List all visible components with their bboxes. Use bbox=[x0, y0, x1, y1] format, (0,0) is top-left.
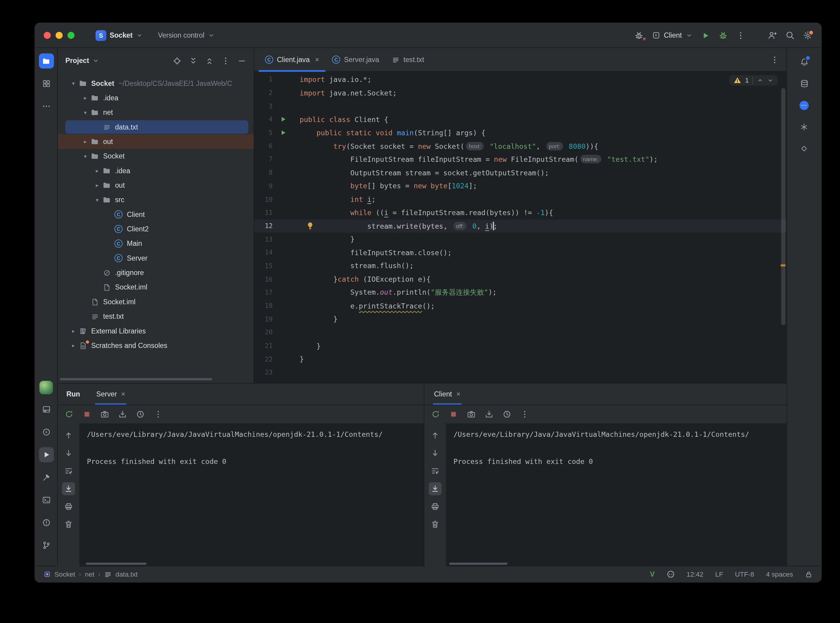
line-number[interactable]: 14 bbox=[254, 249, 272, 256]
up-button[interactable] bbox=[62, 429, 75, 442]
locate-file-button[interactable] bbox=[173, 56, 182, 65]
line-number[interactable]: 13 bbox=[254, 236, 272, 243]
panel-options-button[interactable] bbox=[221, 56, 230, 65]
tab-close-icon[interactable]: × bbox=[121, 390, 125, 398]
down-button[interactable] bbox=[429, 447, 442, 460]
tree-chevron-icon[interactable]: ▸ bbox=[68, 342, 78, 348]
h-scrollbar[interactable] bbox=[60, 378, 212, 380]
line-number[interactable]: 6 bbox=[254, 142, 272, 150]
zoom-window-button[interactable] bbox=[68, 32, 74, 39]
rerun-button[interactable] bbox=[431, 410, 440, 419]
line-number[interactable]: 9 bbox=[254, 182, 272, 190]
chatgpt-tool-button[interactable] bbox=[797, 119, 812, 134]
tree-row[interactable]: Socket.iml bbox=[58, 295, 254, 309]
more-actions-button[interactable] bbox=[736, 31, 745, 40]
rerun-button[interactable] bbox=[64, 410, 74, 419]
tree-chevron-icon[interactable]: ▸ bbox=[80, 95, 90, 101]
tree-row[interactable]: ▸Scratches and Consoles bbox=[58, 338, 254, 353]
minimize-window-button[interactable] bbox=[55, 32, 62, 39]
tab-close-icon[interactable]: × bbox=[315, 55, 319, 64]
tree-chevron-icon[interactable]: ▾ bbox=[80, 109, 90, 115]
plugin-tool-button[interactable] bbox=[797, 141, 812, 156]
line-number[interactable]: 11 bbox=[254, 209, 272, 216]
line-separator[interactable]: LF bbox=[715, 570, 723, 578]
history-button[interactable] bbox=[135, 410, 145, 419]
tree-chevron-icon[interactable]: ▸ bbox=[92, 168, 102, 174]
database-tool-button[interactable] bbox=[797, 76, 812, 91]
previous-issue-button[interactable] bbox=[757, 77, 763, 83]
print-button[interactable] bbox=[429, 500, 442, 513]
h-scrollbar[interactable] bbox=[449, 562, 508, 565]
line-number[interactable]: 10 bbox=[254, 195, 272, 203]
up-button[interactable] bbox=[429, 429, 442, 442]
tree-chevron-icon[interactable]: ▸ bbox=[92, 182, 102, 188]
tree-row[interactable]: ▸out bbox=[58, 134, 254, 149]
close-window-button[interactable] bbox=[44, 32, 51, 39]
print-button[interactable] bbox=[62, 500, 75, 513]
tree-row[interactable]: ▾Socket~/Desktop/CS/JavaEE/1 JavaWeb/C bbox=[58, 76, 254, 91]
camera-button[interactable] bbox=[466, 410, 476, 419]
tree-row[interactable]: data.txt bbox=[58, 120, 254, 134]
hide-panel-button[interactable] bbox=[238, 56, 246, 65]
tree-row[interactable]: CClient2 bbox=[58, 222, 254, 236]
tree-row[interactable]: ▸External Libraries bbox=[58, 324, 254, 338]
intention-bulb-icon[interactable] bbox=[306, 221, 314, 230]
expand-all-button[interactable] bbox=[189, 56, 198, 65]
editor-tab[interactable]: CServer.java bbox=[326, 48, 386, 71]
line-number[interactable]: 5 bbox=[254, 129, 272, 137]
down-button[interactable] bbox=[62, 447, 75, 460]
project-tool-button[interactable] bbox=[38, 53, 54, 68]
warning-stripe-mark[interactable] bbox=[781, 264, 785, 266]
debug-button[interactable] bbox=[718, 31, 728, 40]
tree-chevron-icon[interactable]: ▾ bbox=[80, 153, 90, 160]
tree-row[interactable]: CMain bbox=[58, 236, 254, 251]
tree-row[interactable]: Socket.iml bbox=[58, 280, 254, 294]
tree-chevron-icon[interactable]: ▾ bbox=[92, 197, 102, 203]
run-tool-button[interactable] bbox=[38, 447, 54, 462]
console-output[interactable]: /Users/eve/Library/Java/JavaVirtualMachi… bbox=[446, 424, 787, 567]
notifications-button[interactable] bbox=[797, 55, 812, 70]
clear-button[interactable] bbox=[429, 518, 442, 531]
tree-chevron-icon[interactable]: ▾ bbox=[68, 80, 78, 86]
tree-row[interactable]: CServer bbox=[58, 251, 254, 265]
lock-icon[interactable] bbox=[805, 570, 812, 578]
softwrap-button[interactable] bbox=[62, 465, 75, 477]
line-number[interactable]: 20 bbox=[254, 329, 272, 336]
panel-title[interactable]: Project bbox=[65, 57, 89, 65]
breadcrumb-project[interactable]: Socket bbox=[55, 570, 75, 578]
line-number[interactable]: 17 bbox=[254, 289, 272, 296]
file-encoding[interactable]: UTF-8 bbox=[735, 570, 754, 578]
stop-button[interactable] bbox=[82, 410, 92, 419]
ai-assistant-button[interactable] bbox=[797, 98, 812, 113]
build-tool-button[interactable] bbox=[38, 470, 54, 485]
editor[interactable]: 1import java.io.*;2import java.net.Socke… bbox=[254, 72, 786, 383]
line-number[interactable]: 4 bbox=[254, 116, 272, 123]
git-tool-button[interactable] bbox=[38, 538, 54, 553]
tree-row[interactable]: ▾src bbox=[58, 192, 254, 207]
scrollend-button[interactable] bbox=[429, 482, 442, 495]
run-line-button[interactable] bbox=[280, 116, 286, 123]
search-everywhere-button[interactable] bbox=[785, 31, 794, 40]
history-button[interactable] bbox=[502, 410, 512, 419]
tree-chevron-icon[interactable]: ▸ bbox=[68, 328, 78, 334]
tree-row[interactable]: CClient bbox=[58, 207, 254, 222]
scrollend-button[interactable] bbox=[62, 482, 75, 495]
line-number[interactable]: 21 bbox=[254, 342, 272, 350]
services-tool-button[interactable] bbox=[38, 425, 54, 440]
line-number[interactable]: 1 bbox=[254, 76, 272, 83]
tree-row[interactable]: test.txt bbox=[58, 309, 254, 324]
line-number[interactable]: 8 bbox=[254, 169, 272, 176]
terminal-tool-button[interactable] bbox=[38, 493, 54, 508]
breadcrumb-file[interactable]: data.txt bbox=[115, 570, 137, 578]
clear-button[interactable] bbox=[62, 518, 75, 531]
debugger-muted-icon[interactable] bbox=[634, 31, 643, 40]
tab-close-icon[interactable]: × bbox=[456, 390, 460, 398]
run-button[interactable] bbox=[701, 31, 710, 40]
tree-row[interactable]: ▾net bbox=[58, 105, 254, 120]
inspections-widget[interactable]: 1 bbox=[730, 75, 778, 86]
structure-tool-button[interactable] bbox=[38, 76, 54, 91]
tab-options-button[interactable] bbox=[770, 55, 779, 64]
line-number[interactable]: 3 bbox=[254, 103, 272, 110]
line-number[interactable]: 19 bbox=[254, 315, 272, 323]
line-number[interactable]: 12 bbox=[254, 222, 272, 230]
